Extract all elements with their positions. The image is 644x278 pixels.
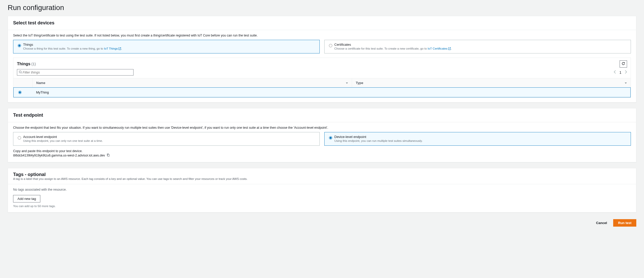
row-name: MyThing — [33, 87, 352, 97]
search-icon — [19, 70, 22, 75]
tags-desc: A tag is a label that you assign to an A… — [13, 177, 631, 180]
refresh-button[interactable] — [620, 60, 627, 68]
svg-point-0 — [19, 71, 21, 73]
tags-optional: optional — [28, 172, 46, 177]
col-type[interactable]: Type — [352, 78, 631, 88]
col-select — [13, 78, 33, 88]
add-tag-button[interactable]: Add new tag — [13, 195, 40, 202]
tile-account-endpoint[interactable]: Account-level endpoint Using this endpoi… — [13, 132, 320, 146]
col-name-label: Name — [36, 81, 45, 85]
col-type-label: Type — [356, 81, 363, 85]
tile-certs-title: Certificates — [334, 43, 627, 47]
select-devices-header: Select test devices — [8, 16, 636, 30]
things-subpanel: Things (1) — [13, 58, 631, 98]
tags-panel: Tags - optional A tag is a label that yo… — [8, 168, 636, 212]
tile-certs-desc-text: Choose a certificate for this test suite… — [334, 47, 428, 50]
copy-icon — [107, 153, 110, 157]
test-endpoint-panel: Test endpoint Choose the endpoint that b… — [8, 108, 636, 162]
pager-prev[interactable] — [614, 70, 616, 75]
pager-next[interactable] — [624, 70, 627, 75]
tile-certificates[interactable]: Certificates Choose a certificate for th… — [324, 40, 631, 53]
page-title: Run configuration — [8, 4, 636, 12]
footer-actions: Cancel Run test — [8, 218, 636, 232]
filter-things-box[interactable] — [17, 69, 134, 76]
tile-certs-desc: Choose a certificate for this test suite… — [334, 47, 627, 50]
tile-device-title: Device-level endpoint — [334, 135, 627, 139]
filter-things-input[interactable] — [22, 70, 132, 75]
link-iot-certificates[interactable]: IoT Certificates — [428, 47, 451, 50]
external-link-icon — [118, 47, 121, 50]
endpoint-hint: Choose the endpoint that best fits your … — [13, 126, 631, 129]
tile-things[interactable]: Things Choose a thing for this test suit… — [13, 40, 320, 53]
endpoint-heading: Test endpoint — [13, 113, 43, 118]
tile-things-desc: Choose a thing for this test suite. To c… — [23, 47, 316, 50]
select-devices-heading: Select test devices — [13, 20, 54, 25]
row-radio[interactable] — [18, 91, 22, 94]
things-table: Name Type — [13, 78, 631, 97]
radio-device-endpoint[interactable] — [329, 136, 332, 140]
radio-certificates[interactable] — [329, 44, 332, 47]
tile-account-title: Account-level endpoint — [23, 135, 316, 139]
tile-things-desc-text: Choose a thing for this test suite. To c… — [23, 47, 104, 50]
select-devices-hint: Select the IoT thing/certificate to test… — [13, 34, 631, 37]
things-count: (1) — [31, 62, 36, 66]
refresh-icon — [621, 62, 625, 66]
endpoint-copy-hint: Copy and paste this endpoint to your tes… — [13, 149, 631, 153]
row-type — [352, 87, 631, 97]
svg-rect-1 — [108, 154, 109, 156]
radio-things[interactable] — [18, 44, 21, 47]
endpoint-value: t86dcb4139t4y919yk9tzu6.gamma.us-west-2.… — [13, 154, 105, 157]
tile-device-desc: Using this endpoint, you can run multipl… — [334, 139, 627, 142]
tile-account-desc: Using this endpoint, you can only run on… — [23, 139, 316, 142]
radio-account-endpoint[interactable] — [18, 136, 21, 140]
tile-things-title: Things — [23, 43, 316, 47]
tags-heading: Tags - optional — [13, 172, 46, 177]
no-tags-message: No tags associated with the resource. — [13, 188, 631, 191]
cancel-button[interactable]: Cancel — [593, 219, 610, 227]
run-test-button[interactable]: Run test — [613, 219, 636, 227]
tags-limit: You can add up to 50 more tags. — [13, 205, 631, 208]
sort-icon — [346, 81, 348, 85]
external-link-icon — [448, 47, 451, 50]
col-name[interactable]: Name — [33, 78, 352, 88]
pager-current: 1 — [619, 70, 621, 75]
select-devices-panel: Select test devices Select the IoT thing… — [8, 16, 636, 103]
tile-device-endpoint[interactable]: Device-level endpoint Using this endpoin… — [324, 132, 631, 146]
sort-icon — [624, 81, 627, 85]
link-iot-things[interactable]: IoT Things — [104, 47, 121, 50]
table-row[interactable]: MyThing — [13, 87, 631, 97]
pager: 1 — [614, 70, 627, 75]
things-subpanel-title: Things — [17, 62, 30, 66]
copy-endpoint-button[interactable] — [107, 153, 110, 157]
